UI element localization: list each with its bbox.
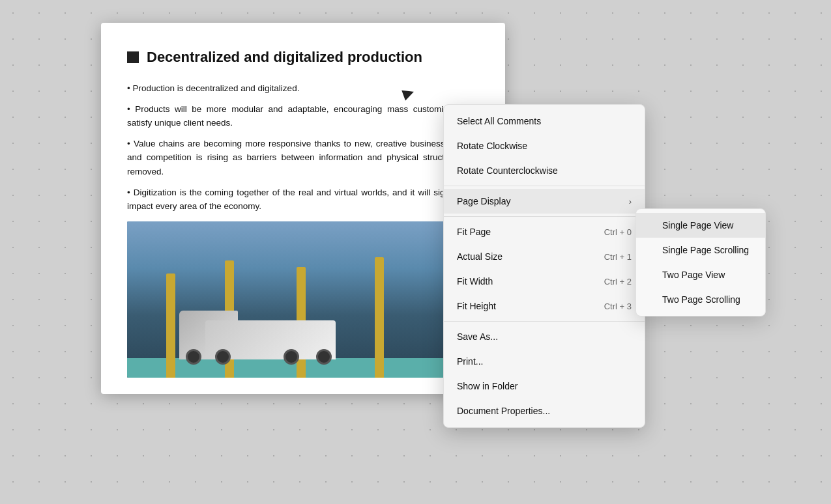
- truck: [179, 288, 362, 359]
- page-display-arrow-icon: ›: [629, 197, 632, 206]
- sub-menu-item-two-page-view[interactable]: Two Page View: [636, 262, 765, 287]
- pdf-image: [127, 221, 479, 378]
- checkmark-icon: [648, 221, 657, 230]
- truck-wheel-3: [284, 349, 299, 365]
- menu-item-actual-size[interactable]: Actual Size Ctrl + 1: [444, 244, 645, 269]
- sub-menu-item-two-page-scrolling[interactable]: Two Page Scrolling: [636, 287, 765, 312]
- truck-wheel-1: [186, 349, 201, 365]
- no-checkmark-1: [648, 245, 657, 255]
- menu-item-save-as[interactable]: Save As...: [444, 324, 645, 349]
- pdf-paragraph-4: • Digitization is the coming together of…: [127, 186, 479, 214]
- menu-item-fit-page[interactable]: Fit Page Ctrl + 0: [444, 219, 645, 244]
- truck-wheel-4: [316, 349, 332, 365]
- menu-divider-2: [444, 216, 645, 217]
- pdf-title-icon: [127, 51, 139, 63]
- pdf-paragraph-1: • Production is decentralized and digita…: [127, 81, 479, 96]
- menu-item-fit-width[interactable]: Fit Width Ctrl + 2: [444, 269, 645, 294]
- menu-item-fit-height[interactable]: Fit Height Ctrl + 3: [444, 294, 645, 318]
- pdf-paragraph-2: • Products will be more modular and adap…: [127, 102, 479, 130]
- context-menu: Select All Comments Rotate Clockwise Rot…: [443, 104, 645, 428]
- sub-menu-item-single-page-scrolling[interactable]: Single Page Scrolling: [636, 238, 765, 262]
- factory-image: [127, 221, 479, 378]
- menu-divider-1: [444, 186, 645, 186]
- menu-item-page-display[interactable]: Page Display ›: [444, 189, 645, 214]
- menu-item-print[interactable]: Print...: [444, 349, 645, 374]
- sub-menu-page-display: Single Page View Single Page Scrolling T…: [635, 208, 766, 316]
- pdf-body: • Production is decentralized and digita…: [127, 81, 479, 214]
- menu-item-document-properties[interactable]: Document Properties...: [444, 399, 645, 423]
- pdf-paragraph-3: • Value chains are becoming more respons…: [127, 137, 479, 179]
- pdf-heading: Decentralized and digitalized production: [147, 49, 422, 66]
- menu-divider-3: [444, 321, 645, 322]
- pillar-4: [375, 257, 384, 378]
- menu-item-show-in-folder[interactable]: Show in Folder: [444, 374, 645, 399]
- sub-menu-item-single-page-view[interactable]: Single Page View: [636, 213, 765, 238]
- menu-item-rotate-clockwise[interactable]: Rotate Clockwise: [444, 133, 645, 158]
- no-checkmark-3: [648, 295, 657, 304]
- no-checkmark-2: [648, 270, 657, 279]
- pillar-1: [166, 273, 175, 378]
- menu-item-rotate-counterclockwise[interactable]: Rotate Counterclockwise: [444, 158, 645, 183]
- truck-wheel-2: [215, 349, 231, 365]
- menu-item-select-all-comments[interactable]: Select All Comments: [444, 109, 645, 133]
- pdf-title: Decentralized and digitalized production: [127, 49, 479, 66]
